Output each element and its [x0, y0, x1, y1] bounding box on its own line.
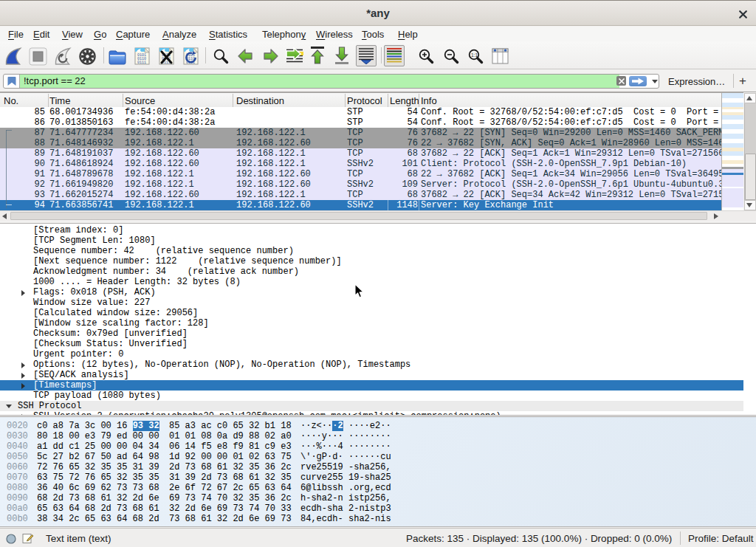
svg-text:0111: 0111: [137, 61, 146, 65]
svg-text:1:1: 1:1: [471, 52, 478, 58]
